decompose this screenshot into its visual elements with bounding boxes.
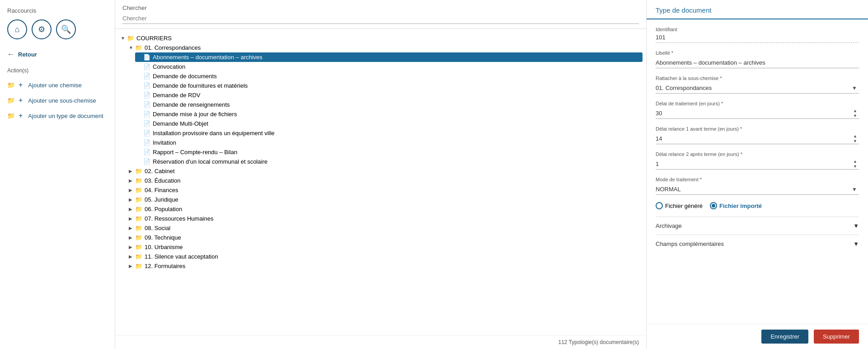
field-delai-relance2: Délai relance 2 après terme (en jours) *… <box>656 151 859 170</box>
node-04-folder-icon: 📁 <box>135 187 142 193</box>
folder-plus-icon: 📁 <box>7 81 15 89</box>
item-demande-docs-icon: 📄 <box>143 73 150 80</box>
delai-relance1-up[interactable]: ▲ <box>851 134 859 139</box>
item-convocation-label: Convocation <box>153 63 185 70</box>
tree-node-04[interactable]: ▶ 📁 04. Finances <box>127 185 643 195</box>
delai-relance1-down[interactable]: ▼ <box>851 139 859 144</box>
tree-item-convocation[interactable]: 📄 Convocation <box>135 62 643 71</box>
tree-root-row[interactable]: ▼ 📁 COURRIERS <box>119 33 643 43</box>
back-button[interactable]: ← Retour <box>0 47 115 62</box>
subfolder-plus-icon: 📁 <box>7 97 15 104</box>
item-installation-label: Installation provisoire dans un équipeme… <box>153 130 275 137</box>
node-05-expander: ▶ <box>129 197 135 202</box>
search-label: Chercher <box>122 5 639 11</box>
main-content: Chercher ▼ 📁 COURRIERS ▼ 📁 01. Correspon… <box>115 0 647 349</box>
mode-traitement-select[interactable]: NORMAL <box>656 184 859 195</box>
tree-node-12[interactable]: ▶ 📁 12. Formulaires <box>127 261 643 271</box>
tree-node-07[interactable]: ▶ 📁 07. Ressources Humaines <box>127 214 643 223</box>
radio-fichier-genere[interactable]: Fichier généré <box>656 202 703 209</box>
tree-node-05[interactable]: ▶ 📁 05. Juridique <box>127 195 643 204</box>
archivage-header[interactable]: Archivage ▼ <box>656 217 859 235</box>
search-input[interactable] <box>122 13 639 24</box>
item-demande-maj-icon: 📄 <box>143 111 150 118</box>
node-05-label: 05. Juridique <box>145 196 178 203</box>
tree-node-02[interactable]: ▶ 📁 02. Cabinet <box>127 166 643 176</box>
field-rattacher: Rattacher à la sous-chemise * 01. Corres… <box>656 75 859 94</box>
delai-relance2-up[interactable]: ▲ <box>851 159 859 164</box>
radio-fichier-importe[interactable]: Fichier importé <box>710 202 762 209</box>
delai-traitement-up[interactable]: ▲ <box>851 108 859 113</box>
node-06-label: 06. Population <box>145 206 182 212</box>
tree-node-01[interactable]: ▼ 📁 01. Correspondances <box>127 43 643 52</box>
node-10-label: 10. Urbanisme <box>145 244 183 250</box>
add-folder-action[interactable]: 📁 + Ajouter une chemise <box>0 77 115 93</box>
node-09-label: 09. Technique <box>145 234 181 241</box>
add-folder-plus: + <box>19 81 23 89</box>
node-12-expander: ▶ <box>129 264 135 269</box>
node-01-expander: ▼ <box>129 45 135 50</box>
item-demande-multi-label: Demande Multi-Objet <box>153 120 208 127</box>
settings-button[interactable]: ⚙ <box>32 19 52 39</box>
tree-node-10[interactable]: ▶ 📁 10. Urbanisme <box>127 242 643 252</box>
item-reservation-icon: 📄 <box>143 158 150 165</box>
tree-item-demande-rdv[interactable]: 📄 Demande de RDV <box>135 90 643 100</box>
tree-item-rapport[interactable]: 📄 Rapport – Compte-rendu – Bilan <box>135 147 643 157</box>
archivage-section: Archivage ▼ <box>656 217 859 235</box>
delai-relance2-down[interactable]: ▼ <box>851 164 859 169</box>
item-demande-rdv-icon: 📄 <box>143 92 150 99</box>
mode-traitement-select-wrapper: NORMAL ▼ <box>656 184 859 195</box>
tree-node-06[interactable]: ▶ 📁 06. Population <box>127 204 643 214</box>
delai-relance1-input[interactable] <box>656 133 851 144</box>
rattacher-select[interactable]: 01. Correspondances <box>656 83 859 94</box>
item-demande-rdv-label: Demande de RDV <box>153 92 201 99</box>
node-08-expander: ▶ <box>129 226 135 231</box>
delai-traitement-down[interactable]: ▼ <box>851 113 859 118</box>
radio-genere-circle <box>656 202 663 209</box>
libelle-input[interactable] <box>656 57 859 68</box>
node-06-folder-icon: 📁 <box>135 206 142 212</box>
panel-header-title: Type de document <box>656 6 859 19</box>
add-subfolder-action[interactable]: 📁 + Ajouter une sous-chemise <box>0 93 115 108</box>
node-03-expander: ▶ <box>129 178 135 183</box>
tree-footer: 112 Typologie(s) documentaire(s) <box>115 335 646 349</box>
node-01-label: 01. Correspondances <box>145 44 201 51</box>
search-button[interactable]: 🔍 <box>56 19 76 39</box>
champs-chevron-icon: ▼ <box>853 241 859 247</box>
field-delai-traitement: Délai de traitement (en jours) * ▲ ▼ <box>656 101 859 119</box>
tree-node-08[interactable]: ▶ 📁 08. Social <box>127 223 643 233</box>
tree-item-reservation[interactable]: 📄 Réservation d'un local communal et sco… <box>135 157 643 166</box>
panel-footer: Enregistrer Supprimer <box>647 324 868 349</box>
delai-traitement-input[interactable] <box>656 108 851 118</box>
tree-item-abonnements[interactable]: 📄 Abonnements – documentation – archives <box>135 52 643 62</box>
save-button[interactable]: Enregistrer <box>761 330 808 344</box>
node-11-folder-icon: 📁 <box>135 253 142 260</box>
tree-item-demande-renseignements[interactable]: 📄 Demande de renseignements <box>135 100 643 109</box>
delai-relance2-input[interactable] <box>656 159 851 169</box>
sidebar: Raccourcis ⌂ ⚙ 🔍 ← Retour Action(s) 📁 + … <box>0 0 115 349</box>
home-button[interactable]: ⌂ <box>7 19 27 39</box>
tree-item-invitation[interactable]: 📄 Invitation <box>135 138 643 147</box>
delai-relance2-spinner: ▲ ▼ <box>656 159 859 170</box>
rattacher-select-wrapper: 01. Correspondances ▼ <box>656 83 859 94</box>
add-doctype-plus: + <box>19 112 23 120</box>
tree-item-demande-documents[interactable]: 📄 Demande de documents <box>135 71 643 81</box>
tree-item-demande-multi[interactable]: 📄 Demande Multi-Objet <box>135 119 643 128</box>
identifiant-value: 101 <box>656 34 859 43</box>
item-invitation-label: Invitation <box>153 139 176 146</box>
tree-item-demande-maj[interactable]: 📄 Demande mise à jour de fichiers <box>135 109 643 119</box>
delete-button[interactable]: Supprimer <box>814 330 859 344</box>
field-identifiant: Identifiant 101 <box>656 27 859 43</box>
tree-node-09[interactable]: ▶ 📁 09. Technique <box>127 233 643 242</box>
node-12-folder-icon: 📁 <box>135 263 142 269</box>
archivage-label: Archivage <box>656 222 682 229</box>
champs-header[interactable]: Champs complémentaires ▼ <box>656 235 859 253</box>
tree-node-11[interactable]: ▶ 📁 11. Silence vaut acceptation <box>127 252 643 261</box>
tree-item-demande-fournitures[interactable]: 📄 Demande de fournitures et matériels <box>135 81 643 90</box>
item-rapport-icon: 📄 <box>143 149 150 156</box>
item-installation-icon: 📄 <box>143 130 150 137</box>
add-doctype-action[interactable]: 📁 + Ajouter un type de document <box>0 108 115 123</box>
tree-item-installation[interactable]: 📄 Installation provisoire dans un équipe… <box>135 128 643 138</box>
node-03-folder-icon: 📁 <box>135 177 142 184</box>
node-01-folder-icon: 📁 <box>135 44 142 51</box>
tree-node-03[interactable]: ▶ 📁 03. Éducation <box>127 176 643 185</box>
